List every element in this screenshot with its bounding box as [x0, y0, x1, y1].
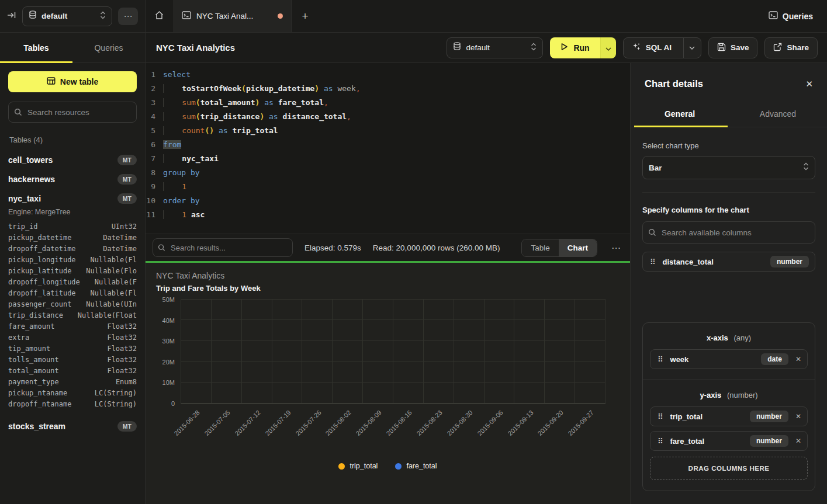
column-row: pickup_longitudeNullable(Fl [8, 254, 137, 265]
column-type: UInt32 [112, 223, 137, 231]
close-icon[interactable]: ✕ [805, 79, 813, 89]
table-grid-icon [47, 77, 56, 87]
chart-column: 2015-08-16 [393, 300, 424, 403]
code-line[interactable]: 1select [146, 68, 630, 82]
remove-icon[interactable]: ✕ [795, 412, 801, 420]
share-icon [773, 43, 782, 53]
code-line[interactable]: 9 1 [146, 180, 630, 194]
resource-search-input[interactable] [8, 102, 137, 123]
table-name: stocks_stream [8, 422, 65, 431]
available-columns-list: ⠿distance_totalnumber [642, 252, 815, 272]
sidebar-database-selector[interactable]: default [22, 6, 112, 26]
column-name: payment_type [8, 378, 59, 386]
table-name: cell_towers [8, 155, 53, 165]
engine-badge: MT [117, 174, 137, 185]
page-title: NYC Taxi Analytics [156, 43, 235, 53]
column-row: passenger_countNullable(UIn [8, 298, 137, 310]
collapse-sidebar-button[interactable] [7, 11, 16, 22]
column-pill[interactable]: ⠿trip_totalnumber✕ [650, 406, 808, 426]
column-row: pickup_latitudeNullable(Flo [8, 265, 137, 276]
table-item[interactable]: stocks_streamMT [8, 416, 137, 436]
database-icon [29, 11, 37, 22]
new-table-button[interactable]: New table [8, 71, 137, 92]
code-line[interactable]: 2 toStartOfWeek(pickup_datetime) as week… [146, 82, 630, 96]
column-name: tolls_amount [8, 356, 59, 364]
column-pill[interactable]: ⠿distance_totalnumber [642, 252, 815, 272]
type-badge: number [750, 435, 788, 447]
save-button[interactable]: Save [708, 37, 758, 58]
home-button[interactable] [146, 0, 174, 32]
drag-handle-icon[interactable]: ⠿ [650, 258, 656, 266]
column-row: dropoff_datetimeDateTime [8, 243, 137, 254]
toolbar-database-name: default [466, 43, 490, 52]
code-line[interactable]: 3 sum(total_amount) as fare_total, [146, 96, 630, 110]
remove-icon[interactable]: ✕ [795, 437, 801, 445]
code-line[interactable]: 8group by [146, 166, 630, 180]
y-axis-tick-label: 50M [162, 296, 175, 303]
tab-advanced[interactable]: Advanced [729, 102, 827, 127]
column-pill[interactable]: ⠿fare_totalnumber✕ [650, 431, 808, 451]
x-axis-section: x-axis (any) ⠿weekdate✕ [643, 323, 815, 380]
column-name: dropoff_datetime [8, 245, 76, 253]
tab-strip: NYC Taxi Anal... + Queries [146, 0, 827, 33]
view-table-button[interactable]: Table [522, 239, 558, 256]
code-line[interactable]: 6from [146, 138, 630, 152]
column-pill-name: fare_total [670, 437, 705, 446]
column-row: total_amountFloat32 [8, 365, 137, 376]
code-line[interactable]: 4 sum(trip_distance) as distance_total, [146, 110, 630, 124]
sidebar-tabs: Tables Queries [0, 33, 145, 63]
column-row: pickup_ntanameLC(String) [8, 387, 137, 398]
column-name: pickup_latitude [8, 267, 71, 275]
new-tab-button[interactable]: + [292, 0, 319, 32]
column-row: tip_amountFloat32 [8, 343, 137, 354]
y-axis-tick-label: 20M [162, 359, 175, 366]
run-options-button[interactable] [600, 37, 616, 58]
tab-tables[interactable]: Tables [0, 33, 72, 62]
sql-ai-options-button[interactable] [683, 38, 701, 58]
y-axis-section: y-axis (number) ⠿trip_totalnumber✕⠿fare_… [643, 380, 815, 491]
column-name: dropoff_longitude [8, 278, 80, 286]
drag-handle-icon[interactable]: ⠿ [658, 355, 663, 364]
table-item[interactable]: hackernewsMT [8, 169, 137, 189]
drag-handle-icon[interactable]: ⠿ [658, 437, 663, 446]
queries-button[interactable]: Queries [755, 0, 827, 32]
share-label: Share [787, 43, 809, 52]
legend-item[interactable]: fare_total [395, 462, 437, 470]
view-toggle: Table Chart [521, 239, 597, 257]
toolbar-database-selector[interactable]: default [447, 37, 543, 58]
remove-icon[interactable]: ✕ [795, 355, 801, 363]
sql-editor[interactable]: 1select2 toStartOfWeek(pickup_datetime) … [146, 63, 630, 234]
sql-ai-button[interactable]: SQL AI [623, 37, 701, 58]
save-label: Save [731, 43, 749, 52]
code-line[interactable]: 7 nyc_taxi [146, 152, 630, 166]
results-more-button[interactable]: ⋯ [609, 242, 623, 253]
tab-general[interactable]: General [631, 102, 729, 127]
editor-lines: 1select2 toStartOfWeek(pickup_datetime) … [146, 68, 630, 222]
table-item[interactable]: cell_towersMT [8, 150, 137, 169]
share-button[interactable]: Share [764, 37, 818, 58]
tab-queries[interactable]: Queries [72, 33, 145, 62]
drop-zone[interactable]: DRAG COLUMNS HERE [650, 457, 808, 480]
legend-item[interactable]: trip_total [338, 462, 378, 470]
code-line[interactable]: 11 1 asc [146, 208, 630, 222]
run-button[interactable]: Run [550, 37, 600, 58]
column-search-input[interactable] [642, 221, 815, 244]
chart-type-selector[interactable]: Bar [642, 156, 815, 179]
details-title: Chart details [645, 78, 703, 89]
table-item[interactable]: nyc_taxiMT [8, 189, 137, 208]
results-search-input[interactable] [153, 238, 293, 257]
drag-handle-icon[interactable]: ⠿ [658, 412, 663, 421]
chart-column: 2015-09-13 [514, 300, 545, 403]
legend-dot-icon [395, 463, 402, 470]
column-name: pickup_ntaname [8, 389, 67, 397]
tab-nyc-taxi-analytics[interactable]: NYC Taxi Anal... [174, 0, 292, 32]
column-pill[interactable]: ⠿weekdate✕ [650, 349, 808, 369]
code-line[interactable]: 10order by [146, 194, 630, 208]
database-name: default [41, 12, 67, 20]
sidebar-more-button[interactable]: ⋯ [118, 8, 138, 25]
rows-read: Read: 20,000,000 rows (260.00 MB) [373, 244, 500, 252]
code-line[interactable]: 5 count() as trip_total [146, 124, 630, 138]
column-type: DateTime [103, 234, 137, 242]
column-name: pickup_longitude [8, 256, 76, 264]
view-chart-button[interactable]: Chart [559, 239, 597, 256]
